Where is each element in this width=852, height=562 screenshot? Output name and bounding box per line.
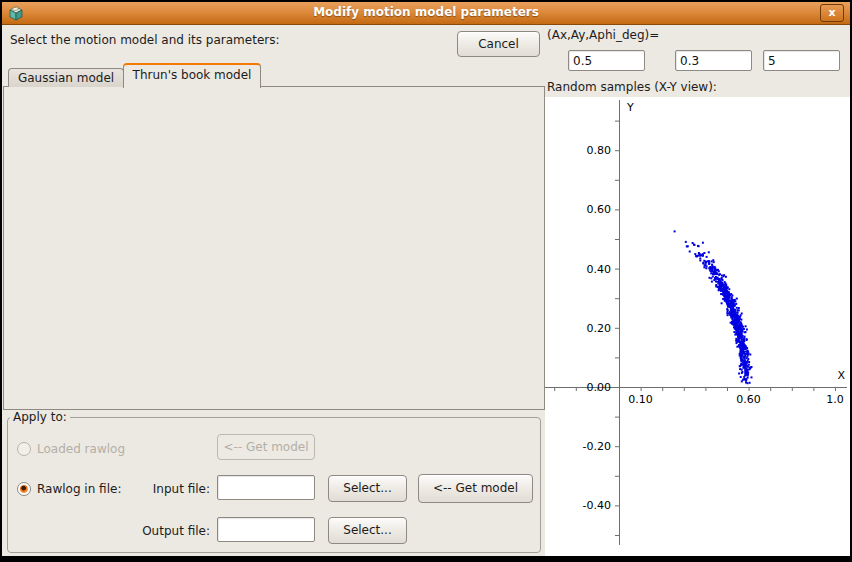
- input-file-label: Input file:: [122, 482, 210, 496]
- svg-text:0.40: 0.40: [587, 263, 612, 276]
- svg-text:-0.40: -0.40: [583, 499, 611, 512]
- select-output-file-button[interactable]: Select...: [328, 517, 407, 544]
- odometry-ax-field[interactable]: [568, 50, 645, 71]
- tab-thruns-book-model[interactable]: Thrun's book model: [123, 63, 261, 88]
- tab-panel: [3, 86, 545, 410]
- output-file-field[interactable]: [217, 517, 315, 542]
- odometry-ay-field[interactable]: [675, 50, 752, 71]
- svg-text:0.10: 0.10: [628, 393, 653, 406]
- get-model-file-button[interactable]: <-- Get model: [418, 474, 533, 503]
- svg-text:-0.20: -0.20: [583, 440, 611, 453]
- output-file-label: Output file:: [122, 524, 210, 538]
- svg-text:0.00: 0.00: [587, 381, 612, 394]
- title-bar[interactable]: Modify motion model parameters x: [2, 2, 850, 25]
- instruction-label: Select the motion model and its paramete…: [10, 33, 280, 47]
- svg-text:0.80: 0.80: [587, 144, 612, 157]
- svg-text:0.60: 0.60: [587, 203, 612, 216]
- get-model-loaded-button[interactable]: <-- Get model: [217, 434, 315, 460]
- svg-text:1.0: 1.0: [826, 393, 844, 406]
- tab-gaussian-model[interactable]: Gaussian model: [8, 68, 124, 87]
- odometry-aphi-field[interactable]: [763, 50, 840, 71]
- rawlog-in-file-label: Rawlog in file:: [37, 482, 121, 496]
- radio-dot: [20, 485, 28, 493]
- samples-plot: 0.100.601.00.800.600.400.200.00-0.20-0.4…: [545, 97, 850, 556]
- dialog-window: Modify motion model parameters x Select …: [2, 2, 850, 556]
- odometry-label: (Ax,Ay,Aphi_deg)=: [547, 28, 659, 42]
- svg-text:X: X: [837, 369, 845, 382]
- close-icon: x: [828, 6, 835, 19]
- plot-title: Random samples (X-Y view):: [547, 80, 717, 94]
- window-title: Modify motion model parameters: [2, 5, 850, 19]
- cancel-button[interactable]: Cancel: [457, 31, 540, 57]
- apply-to-group-label: Apply to:: [10, 410, 70, 424]
- radio-rawlog-in-file[interactable]: [17, 482, 31, 496]
- loaded-rawlog-label: Loaded rawlog: [37, 442, 125, 456]
- svg-text:0.20: 0.20: [587, 322, 612, 335]
- svg-text:0.60: 0.60: [736, 393, 761, 406]
- input-file-field[interactable]: [217, 475, 315, 500]
- svg-text:Y: Y: [626, 101, 634, 114]
- select-input-file-button[interactable]: Select...: [328, 475, 407, 502]
- radio-loaded-rawlog[interactable]: [17, 442, 31, 456]
- close-button[interactable]: x: [820, 4, 844, 22]
